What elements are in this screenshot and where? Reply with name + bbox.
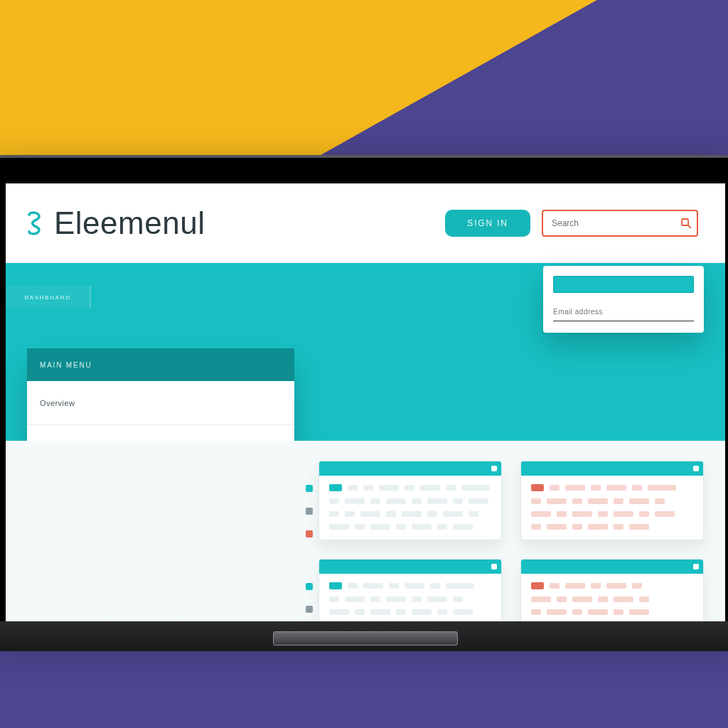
sidebar-header: MAIN MENU — [27, 348, 294, 381]
widget-header — [521, 461, 703, 476]
widget-header — [319, 461, 501, 476]
primary-cta-button[interactable]: SIGN IN — [445, 210, 530, 237]
widget-side-marks — [306, 583, 313, 621]
data-widget[interactable] — [318, 559, 502, 621]
data-widget[interactable] — [520, 559, 704, 621]
row-indicator-icon — [531, 582, 544, 589]
search-wrap — [542, 210, 698, 237]
row-indicator-icon — [329, 582, 342, 589]
widget-body — [521, 476, 703, 540]
table-row — [329, 484, 491, 491]
table-row — [329, 524, 491, 530]
widget-control-icon[interactable] — [693, 564, 699, 569]
search-icon — [680, 217, 692, 230]
widget-side-marks — [306, 485, 313, 537]
svg-rect-0 — [682, 219, 688, 225]
login-card — [543, 266, 704, 333]
table-row — [531, 484, 693, 491]
sidebar-item[interactable]: Overview — [27, 381, 294, 425]
widget-body — [319, 574, 501, 621]
widget-wrap — [318, 559, 502, 621]
table-row — [329, 582, 491, 589]
widget-wrap — [520, 559, 704, 621]
laptop-device: Eleemenul SIGN IN — [0, 155, 728, 667]
breadcrumb[interactable]: DASHBOARD — [6, 286, 91, 309]
sidebar-item-label: Overview — [40, 399, 75, 407]
widget-control-icon[interactable] — [693, 466, 699, 471]
app-topbar: Eleemenul SIGN IN — [6, 183, 725, 263]
hero-band: DASHBOARD MAIN MENU Overview — [6, 263, 725, 441]
table-row — [531, 609, 693, 615]
app-brand[interactable]: Eleemenul — [24, 205, 205, 241]
table-row — [531, 498, 693, 504]
breadcrumb-label: DASHBOARD — [24, 294, 70, 301]
table-row — [329, 498, 491, 504]
laptop-hinge — [273, 631, 458, 646]
brand-name: Eleemenul — [54, 205, 205, 241]
data-widget[interactable] — [318, 461, 502, 540]
mark-dot-icon — [306, 606, 313, 613]
search-input[interactable] — [542, 210, 698, 237]
data-widget[interactable] — [520, 461, 704, 540]
widget-body — [521, 574, 703, 621]
table-row — [531, 511, 693, 517]
widget-control-icon[interactable] — [491, 466, 497, 471]
widget-body — [319, 476, 501, 540]
mark-dot-icon — [306, 485, 313, 492]
widget-header — [521, 560, 703, 574]
table-row — [329, 511, 491, 517]
table-row — [531, 596, 693, 602]
mark-dot-icon — [306, 530, 313, 537]
mark-dot-icon — [306, 508, 313, 515]
mark-dot-icon — [306, 583, 313, 590]
table-row — [531, 524, 693, 530]
laptop-bezel: Eleemenul SIGN IN — [0, 155, 728, 624]
row-indicator-icon — [531, 484, 544, 491]
login-submit-button[interactable] — [553, 276, 694, 293]
widget-control-icon[interactable] — [491, 564, 497, 569]
widget-header — [319, 560, 501, 574]
login-username-input[interactable] — [553, 303, 694, 321]
svg-line-1 — [687, 225, 691, 228]
topbar-actions: SIGN IN — [445, 210, 698, 237]
table-row — [531, 582, 693, 589]
widget-wrap — [318, 461, 502, 540]
widget-wrap — [520, 461, 704, 540]
promo-backdrop: Eleemenul SIGN IN — [0, 0, 728, 728]
main-surface — [6, 441, 725, 621]
table-row — [329, 609, 491, 615]
brand-logo-icon — [24, 210, 44, 237]
widget-grid — [318, 461, 704, 621]
app-screen: Eleemenul SIGN IN — [6, 183, 725, 621]
row-indicator-icon — [329, 484, 342, 491]
table-row — [329, 596, 491, 602]
